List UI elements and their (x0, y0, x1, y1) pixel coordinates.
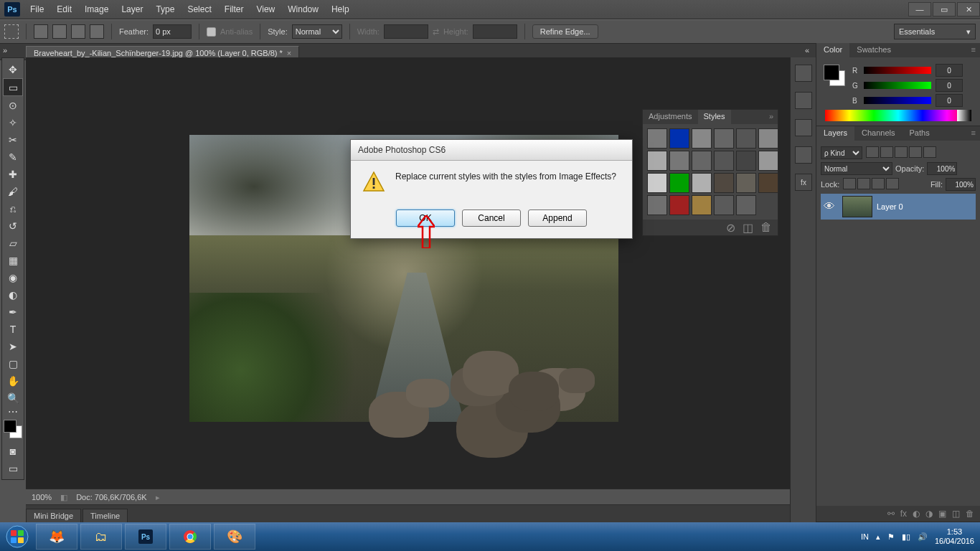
gradient-tool[interactable]: ▦ (4, 252, 22, 268)
menu-filter[interactable]: Filter (219, 1, 250, 17)
taskbar-firefox[interactable]: 🦊 (36, 524, 77, 550)
style-swatch[interactable] (758, 173, 778, 193)
eraser-tool[interactable]: ▱ (4, 235, 22, 251)
brush-panel-icon[interactable] (795, 146, 812, 164)
style-swatch[interactable] (714, 173, 734, 193)
style-swatch[interactable] (669, 195, 689, 215)
mask-icon[interactable]: ◐ (913, 509, 920, 519)
menu-layer[interactable]: Layer (116, 1, 149, 17)
style-swatch[interactable] (647, 173, 667, 193)
style-swatch[interactable] (692, 173, 712, 193)
style-swatch[interactable] (647, 195, 667, 215)
history-panel-icon[interactable] (795, 65, 812, 82)
clone-stamp-tool[interactable]: ⎌ (4, 200, 22, 217)
volume-icon[interactable]: 🔊 (918, 532, 928, 542)
r-slider[interactable] (864, 67, 931, 74)
new-layer-icon[interactable]: ◫ (952, 509, 960, 519)
hand-tool[interactable]: ✋ (4, 372, 22, 389)
cancel-button[interactable]: Cancel (462, 209, 521, 227)
eyedropper-tool[interactable]: ✎ (4, 149, 22, 165)
delete-style-icon[interactable]: 🗑 (760, 221, 772, 234)
taskbar-explorer[interactable]: 🗂 (80, 524, 122, 550)
layer-filter-icons[interactable] (865, 146, 937, 159)
flag-icon[interactable]: ⚑ (887, 532, 895, 542)
layer-filter-kind[interactable]: ρ Kind (821, 146, 862, 159)
tab-swatches[interactable]: Swatches (849, 43, 898, 57)
adjustment-icon[interactable]: ◑ (925, 509, 933, 519)
panel-menu-icon[interactable]: ≡ (967, 43, 980, 57)
tray-arrow-icon[interactable]: ▴ (876, 532, 880, 542)
character-panel-icon[interactable]: fx (795, 174, 812, 191)
new-style-icon[interactable]: ◫ (743, 221, 753, 235)
actions-panel-icon[interactable] (795, 92, 812, 109)
quick-mask-icon[interactable]: ◙ (4, 443, 22, 459)
color-spectrum[interactable] (825, 110, 971, 121)
opacity-input[interactable] (927, 162, 957, 175)
healing-brush-tool[interactable]: ✚ (4, 166, 22, 182)
style-swatch[interactable] (736, 151, 756, 171)
add-selection-icon[interactable] (52, 24, 67, 39)
menu-type[interactable]: Type (150, 1, 180, 17)
clock[interactable]: 1:53 16/04/2016 (935, 527, 974, 546)
shape-tool[interactable]: ▢ (4, 355, 22, 372)
magic-wand-tool[interactable]: ✧ (4, 114, 22, 131)
r-input[interactable] (936, 64, 963, 77)
tab-paths[interactable]: Paths (903, 126, 937, 141)
type-tool[interactable]: T (4, 321, 22, 337)
style-swatch[interactable] (758, 128, 778, 149)
style-swatch[interactable] (669, 151, 689, 171)
style-swatch[interactable] (647, 128, 667, 149)
style-swatch[interactable] (714, 151, 734, 171)
status-menu-icon[interactable]: ▸ (156, 493, 160, 502)
taskbar-photoshop[interactable]: Ps (125, 524, 166, 550)
style-swatch[interactable] (647, 151, 667, 171)
taskbar-chrome[interactable] (169, 524, 211, 550)
lasso-tool[interactable]: ⊙ (4, 97, 22, 113)
menu-view[interactable]: View (250, 1, 281, 17)
group-icon[interactable]: ▣ (938, 509, 946, 519)
status-arrow-icon[interactable]: ◧ (60, 493, 67, 502)
dodge-tool[interactable]: ◐ (4, 286, 22, 303)
brush-tool[interactable]: 🖌 (4, 183, 22, 199)
style-swatch[interactable] (669, 173, 689, 193)
color-fgbg-swatch[interactable] (824, 65, 845, 86)
start-button[interactable] (0, 522, 34, 551)
style-swatch[interactable] (758, 151, 778, 171)
path-selection-tool[interactable]: ➤ (4, 338, 22, 354)
workspace-switcher[interactable]: Essentials▾ (894, 24, 976, 39)
tab-layers[interactable]: Layers (816, 126, 854, 141)
layer-thumbnail[interactable] (842, 196, 872, 217)
tab-mini-bridge[interactable]: Mini Bridge (26, 509, 81, 522)
visibility-icon[interactable]: 👁 (821, 200, 838, 213)
tab-timeline[interactable]: Timeline (83, 509, 128, 522)
tab-color[interactable]: Color (816, 43, 849, 57)
marquee-tool[interactable]: ▭ (3, 78, 23, 96)
menu-window[interactable]: Window (282, 1, 324, 17)
lock-icons[interactable] (842, 178, 900, 191)
style-swatch[interactable] (714, 195, 734, 215)
layer-name[interactable]: Layer 0 (877, 202, 903, 211)
menu-edit[interactable]: Edit (51, 1, 77, 17)
foreground-color[interactable] (4, 420, 17, 433)
append-button[interactable]: Append (528, 209, 587, 227)
menu-file[interactable]: File (24, 1, 50, 17)
style-swatch[interactable] (692, 195, 712, 215)
b-input[interactable] (936, 94, 963, 107)
styles-collapse-icon[interactable]: » (765, 110, 778, 124)
menu-help[interactable]: Help (326, 1, 355, 17)
history-brush-tool[interactable]: ↺ (4, 217, 22, 234)
layer-row[interactable]: 👁 Layer 0 (821, 194, 976, 220)
minimize-button[interactable]: — (908, 2, 931, 17)
refine-edge-button[interactable]: Refine Edge... (532, 24, 598, 39)
properties-panel-icon[interactable] (795, 119, 812, 136)
style-swatch[interactable] (669, 128, 689, 149)
marquee-tool-preset[interactable] (4, 24, 19, 39)
fill-input[interactable] (946, 178, 976, 191)
panel-dock-collapse-icon[interactable]: « (805, 46, 809, 55)
close-button[interactable]: ✕ (957, 2, 980, 17)
style-swatch[interactable] (714, 128, 734, 149)
style-swatch[interactable] (692, 128, 712, 149)
no-style-icon[interactable]: ⊘ (726, 221, 735, 235)
style-select[interactable]: Normal (292, 24, 342, 39)
foreground-background-swatch[interactable] (4, 420, 22, 438)
